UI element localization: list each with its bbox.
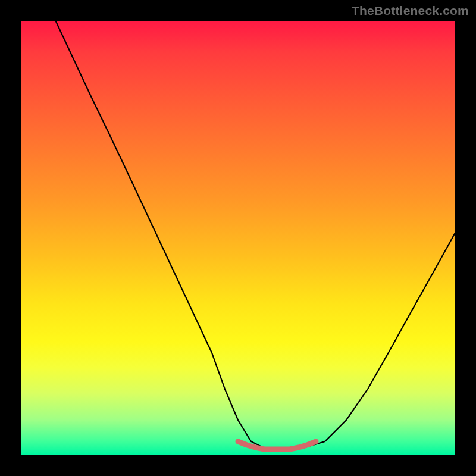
plot-area [21,21,455,455]
chart-frame: TheBottleneck.com [0,0,476,476]
curve-layer [21,21,455,455]
bottleneck-curve [56,21,455,449]
optimal-highlight [238,441,316,449]
watermark-text: TheBottleneck.com [352,4,469,18]
